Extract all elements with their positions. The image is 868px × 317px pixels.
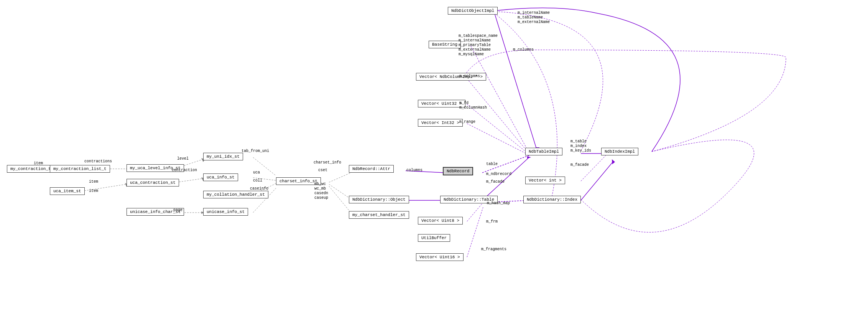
label-m-primarytable: m_primaryTable (459, 43, 491, 47)
node-my-charset-handler-st: my_charset_handler_st (349, 211, 409, 219)
label-m-fd: m_fd (459, 101, 469, 105)
svg-line-16 (329, 172, 353, 182)
label-item-1: item (34, 161, 43, 165)
svg-line-29 (495, 13, 537, 150)
label-m-externalname-2: m_externalName (518, 20, 550, 24)
node-ndbdictionary-index: NdbDictionary::Index (523, 196, 581, 203)
label-contractions: contractions (84, 159, 112, 163)
label-m-externalname-1: m_externalName (459, 48, 491, 52)
label-m-facade-1: m_facade (486, 180, 505, 184)
label-caseinfo: caseinfo (250, 187, 268, 191)
label-casedn: casedn (314, 191, 328, 195)
svg-line-27 (467, 203, 482, 221)
label-charset-info: charset_info (314, 160, 341, 165)
svg-line-34 (467, 124, 529, 155)
svg-line-31 (471, 46, 529, 153)
label-table: table (486, 162, 498, 166)
node-basestring: BaseString (429, 41, 461, 48)
label-m-range: m_range (459, 120, 475, 124)
label-m-fragments: m_fragments (481, 247, 506, 251)
svg-line-39 (581, 155, 606, 181)
label-cset: cset (318, 168, 327, 172)
node-uca-contraction-st: uca_contraction_st (127, 179, 179, 187)
svg-line-28 (467, 207, 483, 257)
node-ndbtableimpl: NdbTableImpl (525, 148, 562, 155)
label-coll: coll (253, 178, 262, 183)
svg-line-32 (467, 79, 529, 154)
label-tab-from-uni: tab_from_uni (242, 149, 269, 153)
svg-line-33 (467, 104, 529, 154)
label-m-internalname-1: m_internalName (459, 38, 491, 43)
label-m-key-ids: m_key_ids (570, 149, 591, 153)
label-columns: columns (406, 168, 422, 172)
label-uca: uca (253, 170, 260, 175)
node-ndbrecord: NdbRecord (443, 167, 473, 175)
label-m-ndbrecord: m_ndbrecord (486, 172, 511, 176)
node-ndbindeximpl: NdbIndexImpl (601, 148, 638, 155)
node-utilbuffer: UtilBuffer (418, 234, 450, 242)
label-m-frm: m_frm (486, 220, 498, 224)
label-m-tablename: m_tableName (518, 15, 543, 20)
node-unicase-info-st: unicase_info_st (203, 208, 248, 216)
label-mb-wc: mb_wc (314, 182, 326, 186)
node-my-uni-idx-st: my_uni_idx_st (203, 153, 243, 160)
node-vector-uint32: Vector< Uint32 > (418, 100, 465, 107)
label-m-index: m_index (570, 144, 587, 148)
label-m-hash-map: m_hash_map (487, 201, 510, 205)
label-m-internalname-2: m_internalName (518, 11, 550, 15)
node-ndbdictionary-object: NdbDictionary::Object (349, 196, 409, 203)
label-wc-mb: wc_mb (314, 187, 326, 191)
label-m-table: m_table (570, 139, 587, 144)
svg-line-37 (581, 161, 613, 200)
node-vector-int: Vector< int > (525, 177, 565, 184)
label-m-tablespace-name: m_tablespace_name (459, 34, 498, 38)
svg-marker-25 (527, 156, 531, 158)
label-contraction: contraction (172, 168, 197, 172)
label-m-columns-1: m_columns (459, 74, 480, 78)
node-my-contraction-list-t: my_contraction_list_t (50, 165, 110, 173)
svg-line-8 (176, 178, 203, 182)
node-my-collation-handler-st: my_collation_handler_st (203, 191, 268, 198)
node-vector-uint8: Vector< Uint8 > (418, 217, 463, 225)
label-item-3: item (89, 189, 98, 193)
label-level: level (177, 157, 189, 161)
label-m-columnhash: m_columnHash (459, 106, 487, 110)
label-item-2: item (89, 180, 98, 184)
label-m-columns-2: m_columns (513, 48, 534, 52)
node-uca-info-st: uca_info_st (203, 173, 238, 181)
label-m-mysqlname: m_mysqlName (459, 52, 484, 56)
label-m-facade-2: m_facade (570, 163, 589, 167)
node-my-contraction-t: my_contraction_t (7, 165, 54, 173)
label-page: page (173, 208, 182, 212)
label-caseup: caseup (314, 196, 328, 200)
diagram-container: my_contraction_t my_contraction_list_t u… (0, 0, 868, 317)
node-vector-int32: Vector< Int32 > (418, 119, 463, 127)
node-uca-item-st: uca_item_st (50, 187, 85, 195)
node-ndbrecord-attr: NdbRecord::Attr (349, 165, 394, 173)
svg-marker-38 (612, 159, 615, 164)
node-ndbdict-object-impl: NdbDictObjectImpl (448, 7, 498, 15)
node-vector-uint16: Vector< Uint16 > (416, 253, 464, 261)
